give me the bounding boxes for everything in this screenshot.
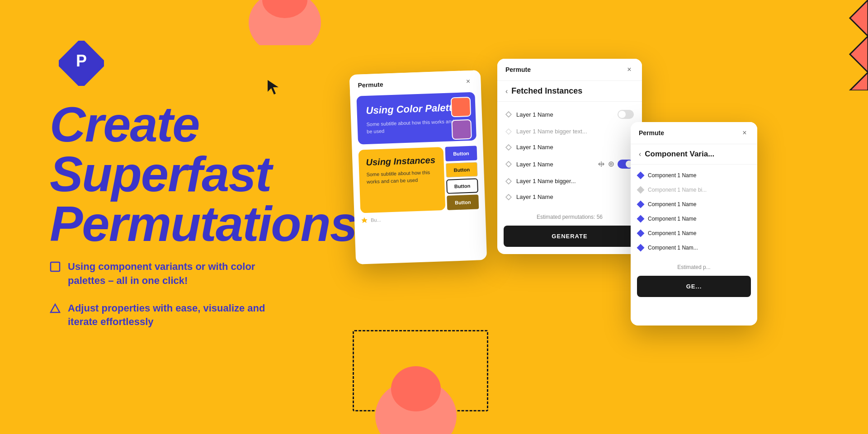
button-sample-blue: Button <box>445 146 477 161</box>
layer-name-3: Layer 1 Name <box>516 144 634 151</box>
cursor-deco <box>267 79 280 95</box>
layer-toggle-1[interactable] <box>618 110 634 119</box>
windows-container: Permute × Using Color Palettes Some subt… <box>353 59 642 262</box>
button-sample-brown: Button <box>447 195 479 210</box>
layer-list: Layer 1 Name Layer 1 Name bigger text...… <box>497 102 642 208</box>
comp-name-1: Component 1 Name <box>648 172 696 179</box>
color-swatches <box>451 97 473 145</box>
window3-back-arrow-icon: ‹ <box>639 150 641 158</box>
comp-item-3: Component 1 Name <box>631 197 757 212</box>
window2-header: Permute × <box>497 59 642 81</box>
layer-item-1: Layer 1 Name <box>497 105 642 123</box>
comp-item-5: Component 1 Name <box>631 226 757 241</box>
back-arrow-icon: ‹ <box>505 87 508 95</box>
window1-close-btn[interactable]: × <box>463 77 473 86</box>
comp-name-5: Component 1 Name <box>648 230 696 236</box>
swatch-purple <box>451 119 472 140</box>
svg-rect-4 <box>51 262 60 271</box>
comp-diamond-icon-5 <box>637 230 645 237</box>
window1-body: Using Color Palettes Some subtitle about… <box>350 92 486 231</box>
window2-back-nav[interactable]: ‹ Fetched Instances <box>497 81 642 102</box>
comp-name-6: Component 1 Nam... <box>648 245 698 251</box>
target-icon[interactable] <box>608 160 615 168</box>
comp-diamond-icon-6 <box>637 244 645 252</box>
layer-diamond-icon-5 <box>505 178 512 184</box>
swatch-orange <box>451 97 472 118</box>
comp-name-2: Component 1 Name bi... <box>648 187 707 193</box>
swatch-yellow <box>452 142 473 145</box>
button-sample-white: Button <box>446 179 478 194</box>
feature-item-1: Using component variants or with color p… <box>50 260 276 288</box>
window3-estimated: Estimated p... <box>631 259 757 276</box>
comp-name-3: Component 1 Name <box>648 201 696 208</box>
window3-header: Permute × <box>631 122 757 144</box>
layer-name-5: Layer 1 Name bigger... <box>516 178 634 184</box>
window3-close-btn[interactable]: × <box>740 128 749 137</box>
headline-line1: Create <box>50 96 199 152</box>
estimated-perms: Estimated permutations: 56 <box>497 208 642 226</box>
window1-hint: Bu... <box>371 217 381 223</box>
layer-name-2: Layer 1 Name bigger text... <box>516 128 634 135</box>
generate-button[interactable]: GENERATE <box>504 226 636 247</box>
svg-point-6 <box>610 163 612 165</box>
feature-text-2: Adjust properties with ease, visualize a… <box>68 302 276 330</box>
comp-diamond-icon-1 <box>637 172 645 179</box>
logo: P <box>59 41 104 86</box>
comp-diamond-icon-3 <box>637 201 645 208</box>
star-icon <box>361 217 368 224</box>
headline: Create Superfast Permutations <box>50 99 357 249</box>
svg-text:P: P <box>76 52 87 70</box>
headline-line3: Permutations <box>50 196 357 251</box>
window-variants: Permute × ‹ Component Varia... Component… <box>631 122 757 326</box>
color-palette-card: Using Color Palettes Some subtitle about… <box>356 92 476 145</box>
comp-diamond-icon-4 <box>637 215 645 223</box>
comp-item-6: Component 1 Nam... <box>631 241 757 255</box>
window3-title: Permute <box>639 129 664 137</box>
headline-line2: Superfast <box>50 146 271 202</box>
svg-point-8 <box>391 366 441 411</box>
window-main: Permute × Using Color Palettes Some subt… <box>349 70 487 264</box>
buttons-stack: Button Button Button Button <box>445 146 479 210</box>
layer-item-4: Layer 1 Name <box>497 155 642 173</box>
card-instance-subtitle: Some subtitle about how this works and c… <box>366 169 437 185</box>
move-icon[interactable] <box>598 160 605 168</box>
window2-title: Permute <box>505 66 531 73</box>
layer-item-6: Layer 1 Name <box>497 189 642 205</box>
layer-name-6: Layer 1 Name <box>516 193 634 200</box>
square-icon <box>50 261 61 272</box>
window3-back-title: Component Varia... <box>645 150 714 159</box>
comp-item-2: Component 1 Name bi... <box>631 183 757 197</box>
window2-close-btn[interactable]: × <box>625 65 634 74</box>
zigzag-top-right-deco <box>769 0 868 90</box>
layer-name-1: Layer 1 Name <box>516 111 613 118</box>
pink-blob-top-deco <box>244 0 326 45</box>
svg-point-5 <box>609 162 613 166</box>
window3-back-nav[interactable]: ‹ Component Varia... <box>631 144 757 165</box>
feature-list: Using component variants or with color p… <box>50 260 276 343</box>
comp-item-1: Component 1 Name <box>631 168 757 183</box>
feature-item-2: Adjust properties with ease, visualize a… <box>50 302 276 330</box>
layer-diamond-icon-4 <box>505 161 512 167</box>
instance-area: Using Instances Some subtitle about how … <box>359 146 479 213</box>
layer-diamond-icon-3 <box>505 144 512 151</box>
triangle-icon <box>50 303 61 314</box>
layer-name-4: Layer 1 Name <box>516 161 593 168</box>
button-sample-yellow: Button <box>446 162 478 178</box>
comp-item-4: Component 1 Name <box>631 212 757 226</box>
card-instance-title: Using Instances <box>366 155 437 168</box>
instance-card: Using Instances Some subtitle about how … <box>359 147 446 213</box>
layer-item-5: Layer 1 Name bigger... <box>497 173 642 189</box>
layer-diamond-icon-1 <box>505 111 512 118</box>
pink-blob-bottom-deco <box>371 362 461 434</box>
layer-item-2: Layer 1 Name bigger text... <box>497 123 642 139</box>
layer-item-3: Layer 1 Name <box>497 139 642 155</box>
window-fetched: Permute × ‹ Fetched Instances Layer 1 Na… <box>497 59 642 254</box>
window1-title: Permute <box>358 81 383 89</box>
window3-generate-btn[interactable]: GE... <box>637 276 751 297</box>
feature-text-1: Using component variants or with color p… <box>68 260 276 288</box>
window2-back-title: Fetched Instances <box>511 86 582 96</box>
layer-controls-4 <box>598 160 634 169</box>
main-heading: Create Superfast Permutations <box>50 99 357 249</box>
layer-diamond-icon-2 <box>505 128 512 135</box>
comp-diamond-icon-2 <box>637 186 645 194</box>
